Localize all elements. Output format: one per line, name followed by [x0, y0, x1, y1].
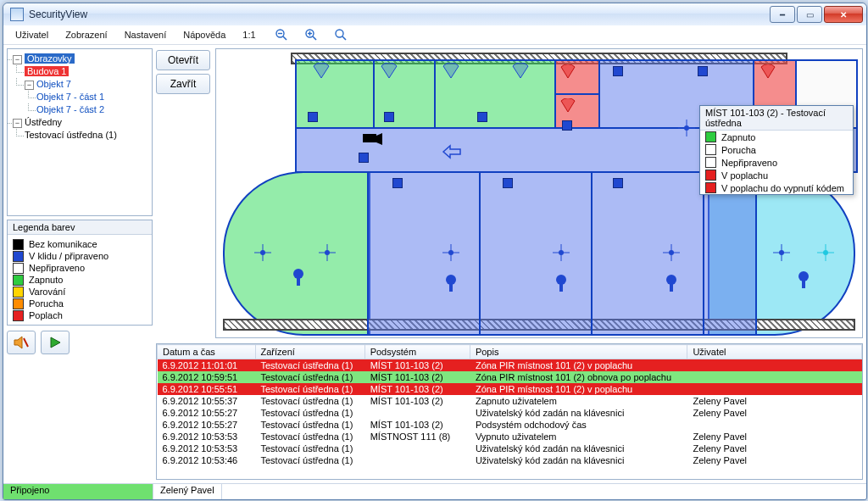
event-row[interactable]: 6.9.2012 10:53:46Testovací ústředna (1)U… — [158, 454, 862, 466]
tree-item-ustredna[interactable]: Testovací ústředna (1) — [25, 130, 117, 140]
pir-icon[interactable] — [511, 63, 530, 80]
svg-point-7 — [336, 30, 343, 37]
person-icon[interactable] — [796, 271, 811, 290]
event-log[interactable]: Datum a časZařízeníPodsystémPopisUživate… — [156, 343, 863, 480]
svg-rect-37 — [449, 283, 453, 292]
svg-line-9 — [24, 338, 28, 347]
sensor-icon[interactable] — [562, 120, 572, 131]
menu-user[interactable]: Uživatel — [8, 28, 55, 42]
sensor-icon[interactable] — [477, 112, 487, 122]
event-row[interactable]: 6.9.2012 10:55:51Testovací ústředna (1)M… — [158, 383, 862, 395]
legend-title: Legenda barev — [8, 220, 152, 235]
motion-icon[interactable] — [318, 243, 337, 262]
sensor-icon[interactable] — [359, 153, 369, 163]
tooltip-swatch — [705, 131, 716, 142]
event-col[interactable]: Datum a čas — [158, 345, 256, 359]
tooltip-label: Porucha — [721, 145, 756, 155]
sensor-icon[interactable] — [698, 66, 708, 76]
event-row[interactable]: 6.9.2012 11:01:01Testovací ústředna (1)M… — [158, 359, 862, 372]
event-row[interactable]: 6.9.2012 10:55:37Testovací ústředna (1)M… — [158, 395, 862, 407]
menu-help[interactable]: Nápověda — [176, 28, 232, 42]
close-map-button[interactable]: Zavřít — [156, 74, 210, 94]
sensor-icon[interactable] — [308, 112, 318, 122]
tree-root-centrals[interactable]: Ústředny — [25, 117, 62, 127]
pir-icon[interactable] — [442, 63, 460, 80]
pir-alarm-icon[interactable] — [559, 98, 576, 114]
open-button[interactable]: Otevřít — [156, 50, 210, 70]
left-column: −Obrazovky Budova 1 −Objekt 7 Objekt 7 -… — [7, 48, 153, 480]
floorplan-map[interactable]: MÍST 101-103 (2) - Testovací ústředna Za… — [215, 48, 863, 338]
event-col[interactable]: Zařízení — [255, 345, 364, 359]
event-row[interactable]: 6.9.2012 10:59:51Testovací ústředna (1)M… — [158, 371, 862, 383]
close-button[interactable]: ✕ — [824, 6, 863, 23]
play-button[interactable] — [41, 331, 70, 354]
event-col[interactable]: Uživatel — [687, 345, 862, 359]
svg-rect-44 — [363, 134, 376, 142]
legend-label: V klidu / připraveno — [29, 250, 108, 262]
zone-tooltip: MÍST 101-103 (2) - Testovací ústředna Za… — [699, 105, 854, 195]
tree-item-cast2[interactable]: Objekt 7 - část 2 — [36, 104, 104, 114]
zoom-out-icon[interactable] — [268, 26, 295, 43]
tooltip-swatch — [705, 182, 716, 193]
pir-alarm-icon[interactable] — [559, 64, 576, 80]
person-icon[interactable] — [664, 275, 679, 293]
legend-swatch — [13, 251, 24, 262]
control-buttons — [7, 329, 153, 356]
svg-rect-41 — [670, 283, 673, 292]
event-col[interactable]: Popis — [470, 345, 687, 359]
legend-label: Nepřipraveno — [29, 262, 85, 274]
sensor-icon[interactable] — [613, 66, 623, 76]
tree-toggle-icon[interactable]: − — [13, 119, 22, 128]
pir-icon[interactable] — [380, 63, 398, 80]
motion-icon[interactable] — [253, 243, 272, 262]
keypad-icon[interactable] — [442, 144, 462, 159]
sensor-icon[interactable] — [392, 178, 403, 188]
motion-icon[interactable] — [677, 119, 696, 137]
tree-toggle-icon[interactable]: − — [25, 81, 34, 90]
motion-icon[interactable] — [772, 243, 791, 262]
minimize-button[interactable]: ━ — [770, 6, 795, 23]
legend-label: Zapnuto — [29, 274, 63, 286]
menu-settings[interactable]: Nastavení — [118, 28, 174, 42]
tree-panel[interactable]: −Obrazovky Budova 1 −Objekt 7 Objekt 7 -… — [7, 48, 153, 216]
sensor-icon[interactable] — [613, 178, 623, 188]
tree-item-objekt[interactable]: Objekt 7 — [36, 79, 71, 89]
zoom-reset-icon[interactable] — [327, 26, 354, 43]
legend-label: Varování — [29, 286, 65, 298]
sensor-icon[interactable] — [503, 178, 513, 188]
map-buttons: Otevřít Zavřít — [156, 48, 210, 338]
motion-icon[interactable] — [662, 243, 681, 262]
person-icon[interactable] — [554, 275, 569, 293]
motion-icon[interactable] — [552, 243, 570, 262]
legend-swatch — [13, 263, 24, 274]
person-icon[interactable] — [291, 269, 306, 287]
tooltip-swatch — [705, 144, 716, 155]
event-row[interactable]: 6.9.2012 10:53:53Testovací ústředna (1)M… — [158, 431, 862, 443]
tree-toggle-icon[interactable]: − — [13, 55, 22, 64]
tooltip-swatch — [705, 157, 716, 168]
zoom-in-icon[interactable] — [298, 26, 325, 43]
sensor-icon[interactable] — [384, 112, 394, 122]
event-row[interactable]: 6.9.2012 10:55:27Testovací ústředna (1)U… — [158, 407, 862, 419]
event-row[interactable]: 6.9.2012 10:53:53Testovací ústředna (1)U… — [158, 443, 862, 454]
menu-zoom-11[interactable]: 1:1 — [236, 28, 262, 42]
right-column: Otevřít Zavřít — [156, 48, 863, 480]
mute-button[interactable] — [7, 331, 36, 354]
event-row[interactable]: 6.9.2012 10:55:27Testovací ústředna (1)M… — [158, 419, 862, 431]
menu-view[interactable]: Zobrazení — [58, 28, 114, 42]
maximize-button[interactable]: ▭ — [797, 6, 822, 23]
event-col[interactable]: Podsystém — [364, 345, 470, 359]
tooltip-label: Nepřipraveno — [721, 158, 777, 168]
pir-alarm-icon[interactable] — [760, 64, 776, 80]
tooltip-label: V poplachu — [721, 170, 768, 181]
camera-icon[interactable] — [363, 132, 383, 146]
status-user: Zelený Pavel — [153, 484, 222, 499]
motion-icon[interactable] — [816, 243, 835, 262]
motion-icon[interactable] — [442, 243, 460, 262]
titlebar: SecurityView ━ ▭ ✕ — [3, 3, 866, 25]
tree-item-budova[interactable]: Budova 1 — [25, 66, 69, 76]
tree-item-cast1[interactable]: Objekt 7 - část 1 — [36, 92, 104, 102]
pir-icon[interactable] — [312, 63, 331, 80]
person-icon[interactable] — [443, 275, 459, 293]
tree-root-screens[interactable]: Obrazovky — [25, 53, 75, 64]
